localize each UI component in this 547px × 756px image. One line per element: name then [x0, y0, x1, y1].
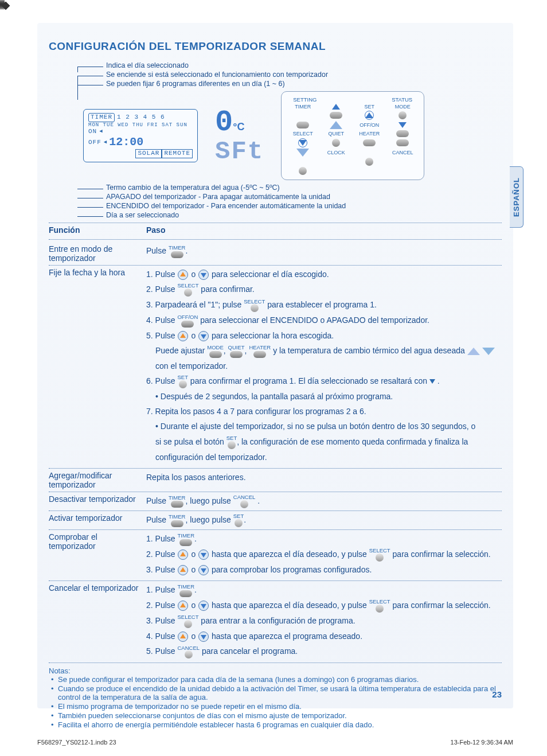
- text: .: [185, 246, 187, 255]
- table-row: Cancelar el temporizador 1. Pulse TIMER.…: [49, 581, 502, 663]
- text: 1. Pulse: [146, 534, 175, 543]
- lbl: SET: [364, 104, 374, 110]
- lcd-timer: TIMER: [88, 113, 115, 122]
- panel-button: [330, 112, 342, 119]
- diagram-callouts-top: Indica el día seleccionado Se enciende s…: [54, 61, 502, 88]
- round-button-icon: [184, 620, 192, 628]
- btn-label: MODE: [207, 345, 224, 350]
- text: 3. Pulse: [146, 565, 175, 574]
- btn-label: QUIET: [228, 345, 245, 350]
- text: y la temperatura de cambio térmico del a…: [273, 346, 465, 355]
- lcd-programs: 1 2 3 4 5 6: [117, 114, 165, 121]
- paso-cell: Pulse TIMER, luego pulse CANCEL .: [146, 494, 502, 508]
- text: Pulse: [146, 246, 166, 255]
- btn-label: OFF/ON: [177, 314, 198, 320]
- table-row: Fije la fecha y la hora 1. Pulse o para …: [49, 266, 502, 469]
- seg-sft: SFt: [215, 139, 264, 164]
- panel-button: [363, 139, 376, 146]
- lbl: MODE: [395, 104, 411, 110]
- text: 3. Parpadeará el "1"; pulse: [146, 300, 241, 309]
- func-cell: Agregar/modificar temporizador: [49, 471, 146, 489]
- callout: ENCENDIDO del temporizador - Para encend…: [54, 202, 502, 210]
- table-row: Activar temporizador Pulse TIMER, luego …: [49, 511, 502, 530]
- up-button-icon: [178, 270, 188, 280]
- language-tab: ESPAÑOL: [510, 166, 523, 228]
- lcd-on: ON: [88, 128, 97, 135]
- panel-button: [396, 130, 409, 137]
- btn-label: SELECT: [369, 599, 390, 605]
- text: .: [437, 376, 440, 385]
- note-item: Se puede configurar el temporizador para…: [49, 675, 502, 684]
- diagram-callouts-bottom: Termo cambio de la temperatura del agua …: [54, 184, 502, 219]
- btn-label: CANCEL: [233, 494, 256, 500]
- lbl: CLOCK: [327, 150, 345, 155]
- round-button-icon: [185, 650, 193, 658]
- note-item: También pueden seleccionarse conjuntos d…: [49, 711, 502, 720]
- text: Pulse: [146, 515, 166, 524]
- page: CONFIGURACIÓN DEL TEMPORIZADOR SEMANAL E…: [37, 23, 513, 708]
- seg-unit: °C: [233, 121, 244, 133]
- oval-button-icon: [179, 539, 192, 546]
- text: o: [191, 601, 196, 610]
- text: o: [191, 270, 196, 279]
- footer: F568297_YS0212-1.indb 23 13-Feb-12 9:36:…: [37, 739, 513, 746]
- text: para seleccionar el ENCENDIDO o APAGADO …: [200, 315, 429, 325]
- btn-label: TIMER: [169, 514, 186, 520]
- text: para confirmar la selección.: [393, 550, 491, 559]
- text: 5. Pulse: [146, 331, 175, 340]
- down-button-icon: [198, 601, 209, 611]
- text: si se pulsa el botón: [155, 437, 224, 446]
- btn-label: SET: [177, 375, 187, 380]
- up-small-icon: [365, 112, 373, 118]
- lcd-panel-area: TIMER 1 2 3 4 5 6 MON TUE WED THU FRI SA…: [83, 91, 502, 180]
- callout: Termo cambio de la temperatura del agua …: [54, 184, 502, 192]
- text: para seleccionar el día escogido.: [212, 270, 329, 279]
- lbl: OFF/ON: [360, 122, 379, 128]
- oval-button-icon: [209, 351, 222, 358]
- text: 4. Pulse: [146, 315, 175, 325]
- text: o: [191, 632, 196, 641]
- lcd-days: MON TUE WED THU FRI SAT SUN: [88, 122, 187, 128]
- text: 1. Pulse: [146, 585, 175, 594]
- text: .: [244, 515, 246, 524]
- text: 7. Repita los pasos 4 a 7 para configura…: [146, 405, 502, 418]
- panel-button: [365, 158, 373, 166]
- text: con el temporizador.: [146, 360, 502, 373]
- text: para establecer el programa 1.: [267, 300, 377, 309]
- text: , luego pulse: [185, 496, 230, 505]
- btn-label: TIMER: [169, 245, 186, 251]
- lcd-remote: REMOTE: [162, 149, 193, 158]
- paso-cell: 1. Pulse o para seleccionar el día escog…: [146, 268, 502, 466]
- text: ,: [245, 346, 247, 355]
- text: o: [191, 565, 196, 574]
- btn-label: HEATER: [249, 345, 271, 350]
- down-triangle-icon: [429, 379, 435, 384]
- text: 2. Pulse: [146, 550, 175, 559]
- btn-label: CANCEL: [177, 645, 200, 651]
- lcd-time: 12:00: [109, 135, 143, 149]
- round-button-icon: [228, 441, 236, 449]
- page-title: CONFIGURACIÓN DEL TEMPORIZADOR SEMANAL: [49, 40, 502, 53]
- text: para confirmar la selección.: [393, 601, 491, 610]
- oval-button-icon: [230, 351, 243, 358]
- note-item: Cuando se produce el encendido de la uni…: [49, 684, 502, 702]
- func-cell: Entre en modo de temporizador: [49, 244, 146, 263]
- callout: Se pueden fijar 6 programas diferentes e…: [54, 80, 502, 88]
- up-button-icon: [178, 331, 188, 341]
- round-button-icon: [251, 304, 259, 312]
- button-panel: SETTINGSTATUS TIMER SET MODE OFF/ON SELE…: [281, 91, 424, 180]
- lbl: CANCEL: [392, 150, 413, 155]
- round-button-icon: [376, 554, 384, 562]
- text: o: [191, 550, 196, 559]
- down-small-icon: [299, 140, 307, 146]
- paso-cell: Pulse TIMER, luego pulse SET.: [146, 513, 502, 527]
- text: para confirmar el programa 1. El día sel…: [190, 376, 427, 385]
- func-cell: Cancelar el temporizador: [49, 583, 146, 660]
- notes-title: Notas:: [49, 667, 502, 675]
- big-down-icon: [482, 348, 495, 355]
- lbl: TIMER: [295, 104, 311, 110]
- down-button-icon: [198, 565, 209, 575]
- oval-button-icon: [171, 520, 183, 527]
- note-item: El mismo programa de temporizador no se …: [49, 702, 502, 711]
- btn-label: SET: [226, 435, 237, 441]
